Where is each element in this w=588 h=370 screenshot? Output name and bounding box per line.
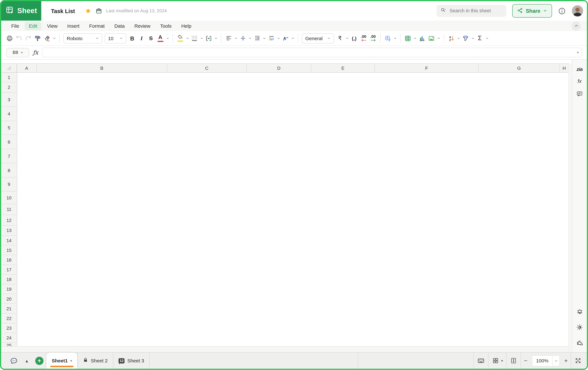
row-header-3[interactable]: 3	[1, 92, 17, 107]
text-wrap-chevron-icon[interactable]	[276, 36, 281, 40]
print-button[interactable]	[5, 33, 14, 43]
strikethrough-button[interactable]: S	[146, 33, 156, 43]
fill-color-button[interactable]	[175, 33, 185, 43]
feedback-icon[interactable]	[576, 339, 583, 348]
vertical-scrollbar[interactable]	[568, 63, 572, 352]
column-header-g[interactable]: G	[479, 63, 560, 72]
menu-item-review[interactable]: Review	[130, 22, 155, 30]
row-header-21[interactable]: 21	[1, 304, 17, 314]
clear-format-chevron-icon[interactable]	[52, 36, 57, 40]
menu-item-edit[interactable]: Edit	[25, 22, 42, 30]
bold-button[interactable]: B	[127, 33, 137, 43]
horizontal-align-button[interactable]	[224, 33, 233, 43]
fill-color-chevron-icon[interactable]	[185, 36, 190, 40]
row-header-10[interactable]: 10	[1, 192, 17, 204]
vertical-align-button[interactable]	[238, 33, 248, 43]
share-button[interactable]: Share	[512, 4, 552, 18]
horizontal-scrollbar[interactable]	[1, 346, 568, 352]
indent-chevron-icon[interactable]	[262, 36, 267, 40]
redo-button[interactable]	[24, 33, 33, 43]
row-header-18[interactable]: 18	[1, 275, 17, 284]
sum-chevron-icon[interactable]	[484, 36, 489, 40]
text-rotate-button[interactable]: A	[281, 33, 290, 43]
sheet-tab-dropdown-icon[interactable]: ▾	[70, 359, 72, 362]
clear-format-button[interactable]	[42, 33, 52, 43]
folder-icon[interactable]	[95, 7, 102, 14]
font-color-chevron-icon[interactable]	[165, 36, 170, 40]
row-header-13[interactable]: 13	[1, 226, 17, 236]
font-color-button[interactable]: A	[156, 33, 165, 43]
column-header-f[interactable]: F	[375, 63, 479, 72]
row-header-2[interactable]: 2	[1, 82, 17, 92]
row-header-6[interactable]: 6	[1, 135, 17, 149]
user-avatar[interactable]	[572, 5, 583, 16]
sheet-tab-3[interactable]: 12 Sheet 3	[113, 352, 149, 369]
decrease-decimal-button[interactable]: .00	[359, 33, 368, 43]
row-header-7[interactable]: 7	[1, 149, 17, 163]
row-header-15[interactable]: 15	[1, 245, 17, 255]
favorite-star-icon[interactable]	[85, 8, 92, 14]
row-header-25[interactable]: 25	[1, 343, 17, 346]
filter-button[interactable]	[461, 33, 470, 43]
document-title[interactable]: Task List	[51, 8, 75, 14]
text-wrap-button[interactable]	[267, 33, 276, 43]
zoom-out-button[interactable]: −	[521, 357, 531, 364]
sheet-tab-2[interactable]: Sheet 2	[78, 352, 113, 369]
horizontal-align-chevron-icon[interactable]	[233, 36, 238, 40]
format-painter-button[interactable]	[33, 33, 42, 43]
column-header-c[interactable]: C	[167, 63, 247, 72]
search-icon[interactable]	[440, 7, 446, 15]
insert-chart-button[interactable]	[417, 33, 427, 43]
select-all-corner[interactable]	[1, 63, 17, 72]
number-format-select[interactable]: General	[302, 33, 334, 43]
freeze-panes-icon[interactable]: ▾	[488, 352, 506, 369]
freeze-panes-dropdown-icon[interactable]: ▾	[501, 359, 503, 362]
column-header-d[interactable]: D	[247, 63, 311, 72]
sort-button[interactable]: A Z	[447, 33, 456, 43]
menu-item-format[interactable]: Format	[85, 22, 109, 30]
menu-item-insert[interactable]: Insert	[63, 22, 84, 30]
comma-format-button[interactable]: (,)	[350, 33, 359, 43]
search-box[interactable]	[437, 5, 506, 17]
column-header-a[interactable]: A	[17, 63, 37, 72]
conditional-format-button[interactable]	[383, 33, 393, 43]
increase-decimal-button[interactable]: .00	[368, 33, 378, 43]
row-header-1[interactable]: 1	[1, 73, 17, 82]
column-header-h[interactable]: H	[560, 63, 568, 72]
row-header-19[interactable]: 19	[1, 284, 17, 294]
borders-button[interactable]	[190, 33, 199, 43]
row-header-12[interactable]: 12	[1, 215, 17, 226]
font-family-select[interactable]: Roboto	[63, 33, 102, 43]
merge-cells-button[interactable]	[204, 33, 213, 43]
indent-button[interactable]	[252, 33, 262, 43]
collapse-toolbar-button[interactable]	[571, 21, 581, 31]
conditional-format-chevron-icon[interactable]	[393, 36, 398, 40]
insert-image-chevron-icon[interactable]	[436, 36, 441, 40]
virtual-keyboard-icon[interactable]	[473, 352, 488, 369]
insert-table-button[interactable]	[403, 33, 413, 43]
row-header-22[interactable]: 22	[1, 314, 17, 323]
formula-input[interactable]	[42, 48, 582, 57]
currency-format-button[interactable]: ₹	[335, 33, 345, 43]
column-header-b[interactable]: B	[37, 63, 167, 72]
functions-icon[interactable]: fx	[578, 78, 581, 84]
vertical-align-chevron-icon[interactable]	[248, 36, 252, 40]
row-header-11[interactable]: 11	[1, 204, 17, 215]
menu-item-help[interactable]: Help	[177, 22, 196, 30]
zoom-chevron-icon[interactable]	[552, 355, 559, 366]
zia-assistant-icon[interactable]: zia	[577, 66, 583, 72]
zoom-in-button[interactable]: +	[561, 357, 571, 364]
undo-button[interactable]	[14, 33, 24, 43]
row-header-24[interactable]: 24	[1, 333, 17, 343]
row-header-20[interactable]: 20	[1, 294, 17, 304]
fit-to-screen-icon[interactable]	[507, 352, 521, 369]
filter-chevron-icon[interactable]	[470, 36, 475, 40]
row-header-14[interactable]: 14	[1, 236, 17, 245]
formula-bar-expand-icon[interactable]: ▾	[577, 51, 579, 54]
borders-chevron-icon[interactable]	[199, 36, 204, 40]
chat-icon[interactable]	[6, 352, 21, 369]
name-box[interactable]: B8 ▾	[6, 48, 29, 57]
row-header-23[interactable]: 23	[1, 323, 17, 333]
comments-icon[interactable]	[576, 90, 583, 99]
search-input[interactable]	[449, 8, 495, 14]
